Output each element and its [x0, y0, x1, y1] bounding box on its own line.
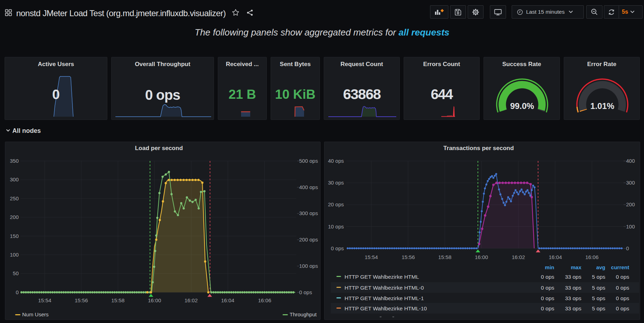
svg-text:99.0%: 99.0% [510, 101, 534, 111]
svg-text:1.01%: 1.01% [591, 101, 614, 111]
